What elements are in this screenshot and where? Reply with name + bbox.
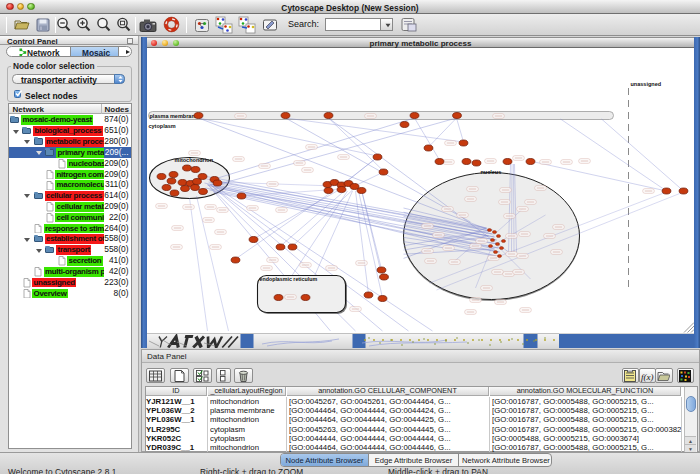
svg-text:mitochondrion: mitochondrion (174, 157, 213, 163)
svg-text:endoplasmic reticulum: endoplasmic reticulum (259, 276, 317, 282)
svg-text:cytoplasm: cytoplasm (148, 123, 175, 129)
svg-text:unassigned: unassigned (630, 81, 661, 87)
svg-text:nucleus: nucleus (480, 169, 501, 175)
svg-text:plasma membrane: plasma membrane (149, 113, 197, 119)
svg-text:f(x): f(x) (641, 371, 654, 381)
